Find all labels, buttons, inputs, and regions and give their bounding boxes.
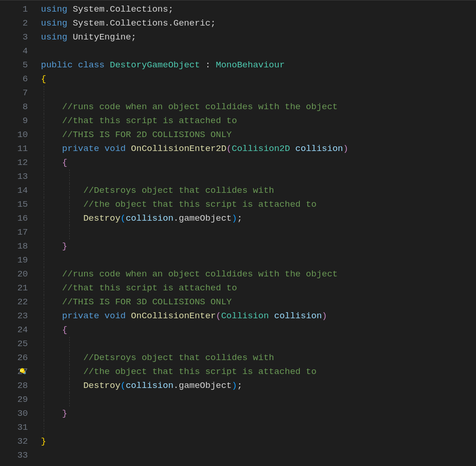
code-line[interactable]: //Detsroys object that collides with [41, 184, 476, 197]
line-number: 3 [0, 30, 28, 44]
code-line[interactable]: //runs code when an object colldides wit… [41, 267, 476, 281]
code-line[interactable] [41, 44, 476, 58]
indent-space [41, 353, 83, 363]
token-kw: private [62, 144, 99, 154]
code-line[interactable]: private void OnCollisionEnter(Collision … [41, 309, 476, 323]
indent-space [41, 394, 62, 405]
line-number: 7 [0, 86, 28, 100]
code-line[interactable] [41, 337, 476, 351]
line-number: 5 [0, 58, 28, 72]
indent-space [41, 213, 83, 223]
code-line[interactable] [41, 448, 476, 462]
indent-space [41, 130, 62, 140]
code-line[interactable]: //the object that this script is attache… [41, 197, 476, 211]
code-line[interactable]: //runs code when an object colldides wit… [41, 100, 476, 114]
code-line[interactable]: Destroy(collision.gameObject); [41, 211, 476, 225]
code-line[interactable] [41, 86, 476, 100]
token-comment: //THIS IS FOR 2D COLLISIONS ONLY [62, 130, 232, 140]
line-number: 31 [0, 420, 28, 434]
token-param: collision [295, 144, 343, 154]
line-number: 10 [0, 128, 28, 142]
code-line[interactable]: //THIS IS FOR 3D COLLISIONS ONLY [41, 295, 476, 309]
code-line[interactable]: //THIS IS FOR 2D COLLISIONS ONLY [41, 128, 476, 142]
code-line[interactable]: { [41, 156, 476, 170]
indent-guide [44, 86, 44, 100]
line-number: 11 [0, 142, 28, 156]
token-kw: void [105, 311, 126, 321]
indent-space [41, 158, 62, 168]
code-line[interactable]: private void OnCollisionEnter2D(Collisio… [41, 142, 476, 156]
token-param: collision [126, 381, 173, 391]
line-number: 1 [0, 2, 28, 16]
token-punctY: } [41, 436, 46, 446]
indent-guide [69, 337, 70, 351]
token-prop: gameObject [178, 213, 231, 223]
indent-space [41, 171, 62, 182]
token-punctP: } [62, 241, 67, 251]
code-line[interactable]: } [41, 239, 476, 253]
code-line[interactable]: //that this script is attached to [41, 114, 476, 128]
code-line[interactable] [41, 420, 476, 434]
token-punct [290, 144, 295, 154]
token-ns: System.Collections; [67, 4, 173, 14]
code-line[interactable]: //Detsroys object that collides with [41, 351, 476, 365]
token-comment: //THIS IS FOR 3D COLLISIONS ONLY [62, 297, 232, 307]
code-line[interactable] [41, 393, 476, 407]
indent-space [41, 241, 62, 251]
token-punct: : [200, 60, 216, 70]
token-punct: . [173, 381, 178, 391]
code-line[interactable] [41, 225, 476, 239]
token-kw: using [41, 4, 67, 14]
code-line[interactable]: using UnityEngine; [41, 30, 476, 44]
code-line[interactable]: public class DestoryGameObject : MonoBeh… [41, 58, 476, 72]
line-number: 21 [0, 281, 28, 295]
indent-space [41, 102, 62, 112]
code-line[interactable]: using System.Collections.Generic; [41, 16, 476, 30]
token-method: OnCollisionEnter2D [131, 144, 226, 154]
line-number-gutter: 1234567891011121314151617181920212223242… [0, 0, 32, 466]
code-area[interactable]: using System.Collections;using System.Co… [32, 0, 476, 466]
indent-space [41, 408, 62, 419]
token-prop: gameObject [178, 381, 231, 391]
token-punctP: { [62, 158, 67, 168]
token-punct: . [173, 213, 178, 223]
token-punctB: ( [120, 381, 126, 391]
line-number: 32 [0, 434, 28, 448]
code-line[interactable]: //the object that this script is attache… [41, 365, 476, 379]
indent-guide [69, 170, 70, 184]
code-line[interactable]: { [41, 72, 476, 86]
indent-space [41, 367, 83, 377]
token-punct [126, 144, 131, 154]
token-comment: //the object that this script is attache… [83, 199, 317, 210]
line-number: 12 [0, 156, 28, 170]
token-method: Destroy [83, 381, 120, 391]
token-comment: //that this script is attached to [62, 283, 237, 293]
token-ns: UnityEngine; [67, 32, 136, 42]
code-line[interactable]: } [41, 434, 476, 448]
code-editor[interactable]: 1234567891011121314151617181920212223242… [0, 0, 476, 466]
token-comment: //Detsroys object that collides with [83, 353, 274, 363]
token-type: DestoryGameObject [110, 60, 200, 70]
line-number: 20 [0, 267, 28, 281]
code-line[interactable]: using System.Collections; [41, 2, 476, 16]
code-line[interactable]: Destroy(collision.gameObject); [41, 379, 476, 393]
indent-space [41, 227, 62, 237]
code-line[interactable] [41, 170, 476, 184]
line-number: 30 [0, 407, 28, 420]
token-punctB: ) [232, 381, 237, 391]
indent-guide [44, 420, 44, 434]
indent-space [41, 269, 62, 279]
token-kw: using [41, 18, 67, 28]
code-line[interactable]: } [41, 407, 476, 420]
token-type: Collision2D [232, 144, 290, 154]
code-line[interactable] [41, 253, 476, 267]
code-line[interactable]: { [41, 323, 476, 337]
lightbulb-icon[interactable]: 💡 [16, 364, 31, 379]
line-number: 18 [0, 239, 28, 253]
indent-space [41, 381, 83, 391]
line-number: 23 [0, 309, 28, 323]
token-punctP: ) [322, 311, 327, 321]
code-line[interactable]: //that this script is attached to [41, 281, 476, 295]
token-punctB: ) [232, 213, 237, 223]
line-number: 33 [0, 448, 28, 462]
